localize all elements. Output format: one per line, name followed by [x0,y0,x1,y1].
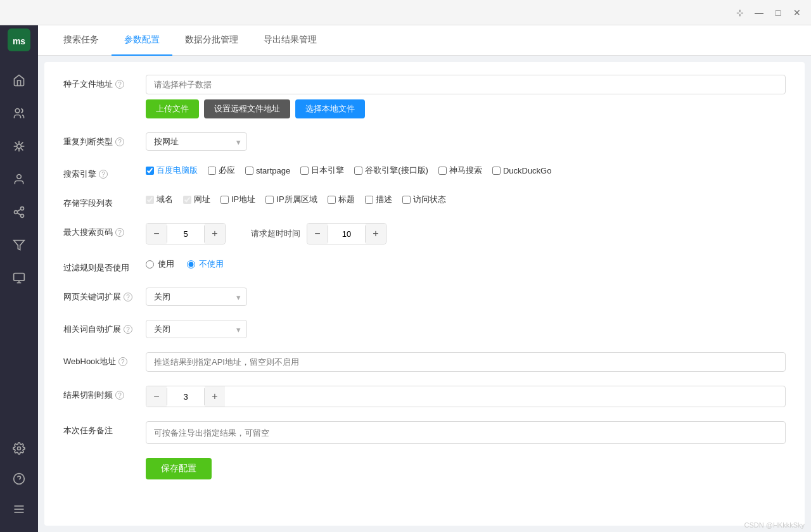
cut-freq-value[interactable] [167,388,205,405]
engine-startpage[interactable]: startpage [245,166,290,175]
svg-rect-19 [14,274,25,281]
dedup-type-select[interactable]: 按网址 按内容 不去重 [146,132,247,151]
keyword-expand-select[interactable]: 关闭 开启 [146,288,247,306]
tab-search-task[interactable]: 搜索任务 [51,25,112,56]
engine-baidu[interactable]: 百度电脑版 [146,165,198,176]
svg-line-11 [21,142,23,144]
sidebar-item-help[interactable] [5,465,33,493]
cut-freq-help-icon[interactable]: ? [115,391,124,400]
cut-freq-row: 结果切割时频 ? − + [63,386,786,407]
field-ip-checkbox[interactable] [220,196,229,204]
field-url[interactable]: 网址 [183,194,210,205]
sidebar-item-share[interactable] [5,198,33,226]
engine-baidu-checkbox[interactable] [146,167,154,175]
sidebar-item-monitor[interactable] [5,165,33,193]
engine-shenma[interactable]: 神马搜索 [438,165,482,176]
field-desc[interactable]: 描述 [365,194,392,205]
save-config-button[interactable]: 保存配置 [146,458,212,479]
max-page-help-icon[interactable]: ? [115,228,124,237]
minimize-button[interactable]: — [750,4,768,22]
field-desc-checkbox[interactable] [365,196,373,204]
main-content: 搜索任务 参数配置 数据分批管理 导出结果管理 种子文件地址 ? 上传文件 设置… [38,25,811,532]
svg-point-12 [17,175,22,179]
max-page-decrease[interactable]: − [146,224,167,244]
storage-fields-label: 存储字段列表 [63,194,146,209]
seed-file-label: 种子文件地址 ? [63,75,146,90]
max-page-increase[interactable]: + [205,224,225,244]
sidebar-item-hamburger[interactable] [5,495,33,523]
cut-freq-increase[interactable]: + [205,386,225,407]
filter-rule-row: 过滤规则是否使用 使用 不使用 [63,258,786,274]
engine-startpage-checkbox[interactable] [245,167,253,175]
field-title-checkbox[interactable] [328,196,336,204]
search-engine-group: 百度电脑版 必应 startpage 日本引擎 [146,165,786,176]
cut-freq-decrease[interactable]: − [146,386,167,407]
engine-japan[interactable]: 日本引擎 [300,165,344,176]
engine-duckduckgo[interactable]: DuckDuckGo [492,166,552,175]
seed-file-input[interactable] [146,75,786,94]
tab-param-config[interactable]: 参数配置 [112,25,172,56]
title-bar: ⊹ — □ ✕ [0,0,811,25]
field-visit-status[interactable]: 访问状态 [402,194,446,205]
sidebar-item-settings[interactable] [5,434,33,462]
save-row: 保存配置 [63,458,786,479]
dedup-type-help-icon[interactable]: ? [115,137,124,146]
engine-google[interactable]: 谷歌引擎(接口版) [354,165,428,176]
svg-point-2 [15,109,20,113]
engine-biyng[interactable]: 必应 [208,165,235,176]
related-expand-select[interactable]: 关闭 开启 [146,320,247,338]
max-page-value[interactable] [167,225,205,243]
engine-japan-checkbox[interactable] [300,167,309,175]
filter-rule-group: 使用 不使用 [146,258,786,270]
sidebar-item-home[interactable] [5,66,33,94]
task-note-input[interactable] [146,421,786,444]
svg-point-3 [17,144,22,149]
dedup-type-control: 按网址 按内容 不去重 [146,132,786,151]
maximize-button[interactable]: □ [769,4,787,22]
keyword-expand-help-icon[interactable]: ? [124,293,132,301]
sidebar-item-spider[interactable] [5,132,33,160]
move-button[interactable]: ⊹ [731,4,749,22]
timeout-increase[interactable]: + [366,224,386,244]
search-engine-help-icon[interactable]: ? [99,170,108,179]
field-visit-status-checkbox[interactable] [402,196,411,204]
engine-shenma-checkbox[interactable] [438,167,447,175]
field-ip-region-checkbox[interactable] [265,196,274,204]
cut-freq-stepper: − + [146,386,786,407]
remote-file-button[interactable]: 设置远程文件地址 [204,99,290,118]
timeout-decrease[interactable]: − [307,224,328,244]
tab-export[interactable]: 导出结果管理 [251,25,329,56]
svg-point-15 [21,214,24,217]
svg-line-17 [17,209,21,211]
sidebar-item-terminal[interactable] [5,264,33,292]
related-expand-help-icon[interactable]: ? [124,325,132,334]
svg-point-13 [21,207,24,210]
tab-data-batch[interactable]: 数据分批管理 [172,25,251,56]
filter-no-use[interactable]: 不使用 [187,258,224,270]
engine-duckduckgo-checkbox[interactable] [492,167,501,175]
field-ip-region[interactable]: IP所属区域 [265,194,317,205]
sidebar-item-filter[interactable] [5,231,33,259]
field-ip[interactable]: IP地址 [220,194,255,205]
filter-use-radio[interactable] [146,260,154,269]
filter-no-use-radio[interactable] [187,260,195,269]
webhook-input[interactable] [146,352,786,372]
storage-fields-row: 存储字段列表 域名 网址 IP地址 [63,194,786,209]
engine-google-checkbox[interactable] [354,167,362,175]
upload-file-button[interactable]: 上传文件 [146,99,199,118]
field-title[interactable]: 标题 [328,194,355,205]
timeout-value[interactable] [328,225,366,243]
task-note-control [146,421,786,444]
max-page-control: − + 请求超时时间 − + [146,223,786,244]
sidebar-item-users[interactable] [5,99,33,127]
local-file-button[interactable]: 选择本地文件 [295,99,365,118]
engine-biyng-checkbox[interactable] [208,167,216,175]
seed-file-help-icon[interactable]: ? [115,80,124,89]
cut-freq-label: 结果切割时频 ? [63,386,146,401]
close-button[interactable]: ✕ [788,4,806,22]
filter-use[interactable]: 使用 [146,258,174,270]
app-logo: ms [8,28,30,51]
webhook-help-icon[interactable]: ? [118,357,127,366]
field-domain[interactable]: 域名 [146,194,173,205]
sidebar-bottom [5,432,33,526]
